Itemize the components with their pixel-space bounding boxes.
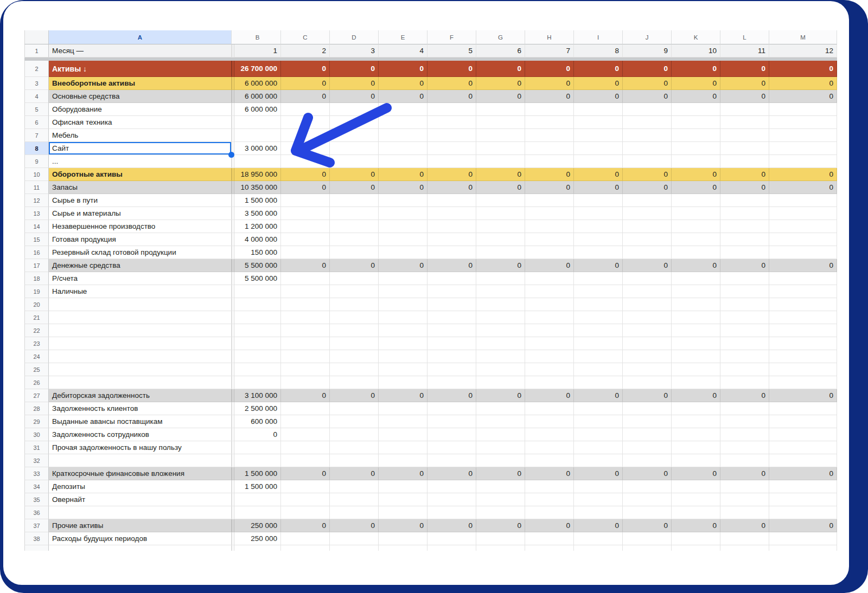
cell-J35[interactable] bbox=[623, 493, 672, 506]
cell-E27[interactable]: 0 bbox=[379, 389, 427, 402]
cell-C22[interactable] bbox=[281, 324, 330, 337]
cell-C32[interactable] bbox=[281, 454, 330, 467]
cell-E26[interactable] bbox=[379, 376, 427, 389]
cell-B36[interactable] bbox=[234, 506, 281, 519]
cell-K38[interactable] bbox=[672, 532, 720, 545]
cell-C4[interactable]: 0 bbox=[281, 90, 330, 103]
cell-A35[interactable]: Овернайт bbox=[49, 493, 232, 506]
row-header-1[interactable]: 1 bbox=[24, 44, 49, 57]
cell-I23[interactable] bbox=[574, 337, 623, 350]
column-header-K[interactable]: K bbox=[672, 30, 720, 44]
cell-C27[interactable]: 0 bbox=[281, 389, 330, 402]
cell-M37[interactable]: 0 bbox=[769, 519, 837, 532]
cell-D12[interactable] bbox=[330, 194, 379, 207]
cell-D8[interactable] bbox=[330, 142, 379, 155]
cell-G38[interactable] bbox=[476, 532, 525, 545]
cell-I6[interactable] bbox=[574, 116, 623, 129]
cell-K31[interactable] bbox=[672, 441, 720, 454]
cell-E18[interactable] bbox=[379, 272, 427, 285]
cell-A27[interactable]: Дебиторская задолженность bbox=[49, 389, 232, 402]
cell-D29[interactable] bbox=[330, 415, 379, 428]
row-header-16[interactable]: 16 bbox=[24, 246, 49, 259]
cell-G27[interactable]: 0 bbox=[476, 389, 525, 402]
cell-D33[interactable]: 0 bbox=[330, 467, 379, 480]
cell-L21[interactable] bbox=[720, 311, 769, 324]
cell-M6[interactable] bbox=[769, 116, 837, 129]
cell-D18[interactable] bbox=[330, 272, 379, 285]
row-header-18[interactable]: 18 bbox=[24, 272, 49, 285]
cell-M12[interactable] bbox=[769, 194, 837, 207]
cell-E25[interactable] bbox=[379, 363, 427, 376]
cell-M14[interactable] bbox=[769, 220, 837, 233]
cell-G13[interactable] bbox=[476, 207, 525, 220]
cell-L12[interactable] bbox=[720, 194, 769, 207]
cell-B35[interactable] bbox=[234, 493, 281, 506]
cell-L35[interactable] bbox=[720, 493, 769, 506]
cell-I20[interactable] bbox=[574, 298, 623, 311]
cell-K2[interactable]: 0 bbox=[672, 61, 720, 77]
cell-J9[interactable] bbox=[623, 155, 672, 168]
cell-C[interactable] bbox=[281, 545, 330, 551]
cell-E1[interactable]: 4 bbox=[379, 44, 427, 57]
cell-I5[interactable] bbox=[574, 103, 623, 116]
cell-L29[interactable] bbox=[720, 415, 769, 428]
cell-A20[interactable] bbox=[49, 298, 232, 311]
cell-L14[interactable] bbox=[720, 220, 769, 233]
cell-C15[interactable] bbox=[281, 233, 330, 246]
cell-C20[interactable] bbox=[281, 298, 330, 311]
cell-B23[interactable] bbox=[234, 337, 281, 350]
cell-I34[interactable] bbox=[574, 480, 623, 493]
cell-K6[interactable] bbox=[672, 116, 720, 129]
cell-F29[interactable] bbox=[427, 415, 476, 428]
cell-D19[interactable] bbox=[330, 285, 379, 298]
cell-E24[interactable] bbox=[379, 350, 427, 363]
cell-A18[interactable]: Р/счета bbox=[49, 272, 232, 285]
cell-G23[interactable] bbox=[476, 337, 525, 350]
cell-M3[interactable]: 0 bbox=[769, 77, 837, 90]
cell-M8[interactable] bbox=[769, 142, 837, 155]
cell-K11[interactable]: 0 bbox=[672, 181, 720, 194]
row-header-32[interactable]: 32 bbox=[24, 454, 49, 467]
cell-D35[interactable] bbox=[330, 493, 379, 506]
cell-H[interactable] bbox=[525, 545, 574, 551]
cell-E23[interactable] bbox=[379, 337, 427, 350]
cell-A29[interactable]: Выданные авансы поставщикам bbox=[49, 415, 232, 428]
cell-E5[interactable] bbox=[379, 103, 427, 116]
cell-I25[interactable] bbox=[574, 363, 623, 376]
cell-C11[interactable]: 0 bbox=[281, 181, 330, 194]
cell-A7[interactable]: Мебель bbox=[49, 129, 232, 142]
cell-K34[interactable] bbox=[672, 480, 720, 493]
cell-H16[interactable] bbox=[525, 246, 574, 259]
cell-F8[interactable] bbox=[427, 142, 476, 155]
cell-K[interactable] bbox=[672, 545, 720, 551]
cell-F23[interactable] bbox=[427, 337, 476, 350]
cell-L30[interactable] bbox=[720, 428, 769, 441]
cell-H10[interactable]: 0 bbox=[525, 168, 574, 181]
cell-M18[interactable] bbox=[769, 272, 837, 285]
cell-M35[interactable] bbox=[769, 493, 837, 506]
cell-E36[interactable] bbox=[379, 506, 427, 519]
cell-J32[interactable] bbox=[623, 454, 672, 467]
cell-E4[interactable]: 0 bbox=[379, 90, 427, 103]
row-header-20[interactable]: 20 bbox=[24, 298, 49, 311]
row-header-37[interactable]: 37 bbox=[24, 519, 49, 532]
cell-D14[interactable] bbox=[330, 220, 379, 233]
cell-A33[interactable]: Краткосрочные финансовые вложения bbox=[49, 467, 232, 480]
cell-A21[interactable] bbox=[49, 311, 232, 324]
cell-J6[interactable] bbox=[623, 116, 672, 129]
cell-H26[interactable] bbox=[525, 376, 574, 389]
cell-C26[interactable] bbox=[281, 376, 330, 389]
cell-C33[interactable]: 0 bbox=[281, 467, 330, 480]
cell-J37[interactable]: 0 bbox=[623, 519, 672, 532]
cell-E34[interactable] bbox=[379, 480, 427, 493]
cell-G36[interactable] bbox=[476, 506, 525, 519]
cell-K16[interactable] bbox=[672, 246, 720, 259]
cell-B4[interactable]: 6 000 000 bbox=[234, 90, 281, 103]
cell-F5[interactable] bbox=[427, 103, 476, 116]
cell-K36[interactable] bbox=[672, 506, 720, 519]
cell-G32[interactable] bbox=[476, 454, 525, 467]
cell-K12[interactable] bbox=[672, 194, 720, 207]
cell-D10[interactable]: 0 bbox=[330, 168, 379, 181]
cell-G26[interactable] bbox=[476, 376, 525, 389]
column-header-F[interactable]: F bbox=[427, 30, 476, 44]
